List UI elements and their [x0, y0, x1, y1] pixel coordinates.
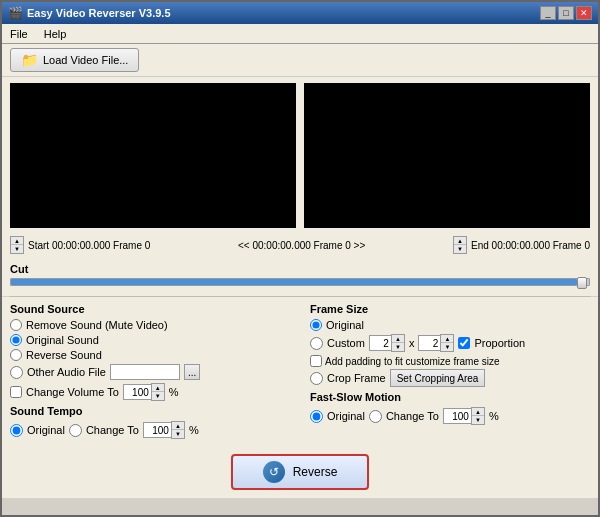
volume-spinner: 100 ▲ ▼: [123, 383, 165, 401]
toolbar: 📁 Load Video File...: [2, 44, 598, 77]
motion-change-radio[interactable]: [369, 410, 382, 423]
timeline-area: ▲ ▼ Start 00:00:00.000 Frame 0 << 00:00:…: [2, 234, 598, 261]
motion-input[interactable]: 100: [443, 408, 471, 424]
reverse-icon: ↺: [263, 461, 285, 483]
folder-icon: 📁: [21, 52, 38, 68]
sound-reverse-radio[interactable]: [10, 349, 22, 361]
sound-tempo-title: Sound Tempo: [10, 405, 290, 417]
frame-height-input[interactable]: 2: [418, 335, 440, 351]
sound-original-label: Original Sound: [26, 334, 99, 346]
tempo-change-radio[interactable]: [69, 424, 82, 437]
start-up-arrow[interactable]: ▲: [11, 237, 23, 245]
menu-help[interactable]: Help: [40, 27, 71, 41]
motion-up-arrow[interactable]: ▲: [472, 408, 484, 416]
slider-thumb[interactable]: [577, 277, 587, 289]
motion-spinner: 100 ▲ ▼: [443, 407, 485, 425]
load-button-label: Load Video File...: [43, 54, 128, 66]
load-video-button[interactable]: 📁 Load Video File...: [10, 48, 139, 72]
audio-file-input[interactable]: [110, 364, 180, 380]
tempo-change-label: Change To: [86, 424, 139, 436]
cut-label: Cut: [2, 261, 598, 276]
frame-crop-label: Crop Frame: [327, 372, 386, 384]
frame-original-row: Original: [310, 319, 590, 331]
end-frame-spinner[interactable]: ▲ ▼: [453, 236, 467, 254]
right-panel: Frame Size Original Custom 2 ▲ ▼ x 2 ▲ ▼: [310, 303, 590, 442]
motion-original-radio[interactable]: [310, 410, 323, 423]
end-down-arrow[interactable]: ▼: [454, 245, 466, 253]
video-panel-right: [304, 83, 590, 228]
frame-original-label: Original: [326, 319, 364, 331]
volume-row: Change Volume To 100 ▲ ▼ %: [10, 383, 290, 401]
frame-h-down-arrow[interactable]: ▼: [441, 343, 453, 351]
slider-container: [2, 276, 598, 296]
browse-audio-button[interactable]: ...: [184, 364, 200, 380]
window-controls: _ □ ✕: [540, 6, 592, 20]
sound-mute-radio[interactable]: [10, 319, 22, 331]
frame-h-spinner: 2 ▲ ▼: [418, 334, 454, 352]
frame-h-up-arrow[interactable]: ▲: [441, 335, 453, 343]
sound-original-row: Original Sound: [10, 334, 290, 346]
sound-mute-row: Remove Sound (Mute Video): [10, 319, 290, 331]
tempo-original-radio[interactable]: [10, 424, 23, 437]
reverse-btn-container: ↺ Reverse: [2, 448, 598, 498]
menu-bar: File Help: [2, 24, 598, 44]
tempo-unit: %: [189, 424, 199, 436]
maximize-button[interactable]: □: [558, 6, 574, 20]
frame-custom-radio[interactable]: [310, 337, 323, 350]
padding-checkbox[interactable]: [310, 355, 322, 367]
video-panel-left: [10, 83, 296, 228]
sound-original-radio[interactable]: [10, 334, 22, 346]
tempo-original-label: Original: [27, 424, 65, 436]
video-area: [2, 77, 598, 234]
timeline-row: ▲ ▼ Start 00:00:00.000 Frame 0 << 00:00:…: [10, 236, 590, 254]
cut-slider-track[interactable]: [10, 278, 590, 286]
sound-other-label: Other Audio File: [27, 366, 106, 378]
main-content: Sound Source Remove Sound (Mute Video) O…: [2, 297, 598, 448]
frame-custom-row: Custom 2 ▲ ▼ x 2 ▲ ▼ Proportion: [310, 334, 590, 352]
title-bar: 🎬 Easy Video Reverser V3.9.5 _ □ ✕: [2, 2, 598, 24]
reverse-button[interactable]: ↺ Reverse: [231, 454, 370, 490]
sound-source-title: Sound Source: [10, 303, 290, 315]
frame-original-radio[interactable]: [310, 319, 322, 331]
reverse-button-label: Reverse: [293, 465, 338, 479]
menu-file[interactable]: File: [6, 27, 32, 41]
volume-unit: %: [169, 386, 179, 398]
frame-w-up-arrow[interactable]: ▲: [392, 335, 404, 343]
sound-mute-label: Remove Sound (Mute Video): [26, 319, 168, 331]
proportion-label: Proportion: [474, 337, 525, 349]
proportion-checkbox[interactable]: [458, 337, 470, 349]
tempo-up-arrow[interactable]: ▲: [172, 422, 184, 430]
change-volume-checkbox[interactable]: [10, 386, 22, 398]
volume-input[interactable]: 100: [123, 384, 151, 400]
frame-crop-row: Crop Frame Set Cropping Area: [310, 369, 590, 387]
sound-other-row: Other Audio File ...: [10, 364, 290, 380]
frame-width-input[interactable]: 2: [369, 335, 391, 351]
change-volume-label: Change Volume To: [26, 386, 119, 398]
frame-w-spinner: 2 ▲ ▼: [369, 334, 405, 352]
motion-original-label: Original: [327, 410, 365, 422]
tempo-spinner: 100 ▲ ▼: [143, 421, 185, 439]
motion-unit: %: [489, 410, 499, 422]
frame-size-title: Frame Size: [310, 303, 590, 315]
frame-w-down-arrow[interactable]: ▼: [392, 343, 404, 351]
middle-time-label: << 00:00:00.000 Frame 0 >>: [154, 240, 449, 251]
close-button[interactable]: ✕: [576, 6, 592, 20]
tempo-down-arrow[interactable]: ▼: [172, 430, 184, 438]
motion-down-arrow[interactable]: ▼: [472, 416, 484, 424]
minimize-button[interactable]: _: [540, 6, 556, 20]
frame-crop-radio[interactable]: [310, 372, 323, 385]
volume-up-arrow[interactable]: ▲: [152, 384, 164, 392]
frame-x-label: x: [409, 337, 415, 349]
sound-reverse-row: Reverse Sound: [10, 349, 290, 361]
volume-down-arrow[interactable]: ▼: [152, 392, 164, 400]
start-down-arrow[interactable]: ▼: [11, 245, 23, 253]
set-crop-button[interactable]: Set Cropping Area: [390, 369, 486, 387]
end-up-arrow[interactable]: ▲: [454, 237, 466, 245]
sound-other-radio[interactable]: [10, 366, 23, 379]
sound-tempo-row: Original Change To 100 ▲ ▼ %: [10, 421, 290, 439]
start-frame-spinner[interactable]: ▲ ▼: [10, 236, 24, 254]
padding-label: Add padding to fit customize frame size: [325, 356, 500, 367]
frame-custom-label: Custom: [327, 337, 365, 349]
start-time-label: Start 00:00:00.000 Frame 0: [28, 240, 150, 251]
tempo-input[interactable]: 100: [143, 422, 171, 438]
